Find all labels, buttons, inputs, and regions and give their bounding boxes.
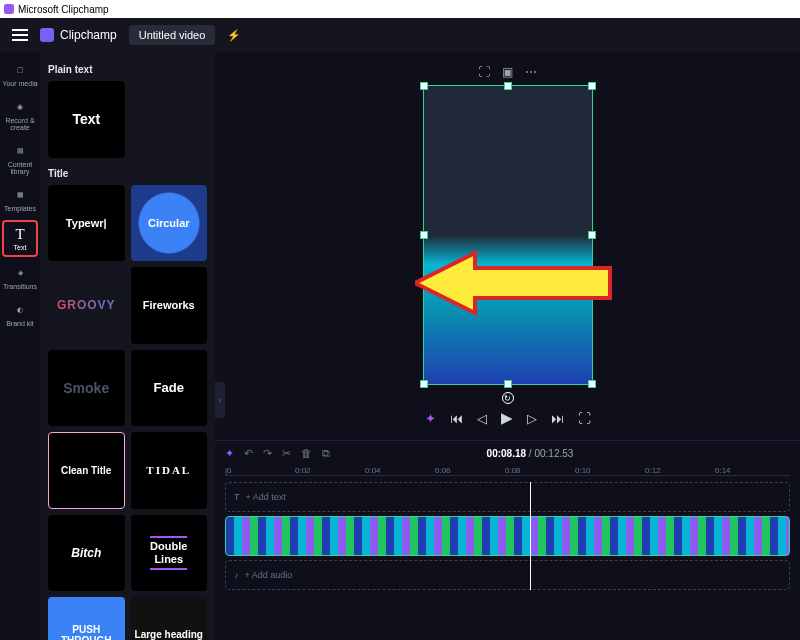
section-plain-text: Plain text xyxy=(48,64,207,75)
copy-button[interactable]: ⧉ xyxy=(322,447,330,460)
resize-handle[interactable] xyxy=(420,82,428,90)
preview-canvas[interactable]: ↻ xyxy=(423,85,593,385)
add-audio-track[interactable]: ♪ + Add audio xyxy=(225,560,790,590)
text-icon: T xyxy=(12,226,28,242)
sidebar-item-brand-kit[interactable]: ◐ Brand kit xyxy=(2,298,38,331)
ruler-tick: 0:04 xyxy=(365,466,381,475)
timecode: 00:08.18 / 00:12.53 xyxy=(487,448,574,459)
sidebar-item-content-library[interactable]: ▤ Content library xyxy=(2,139,38,179)
library-icon: ▤ xyxy=(12,143,28,159)
crop-button[interactable]: ⛶ xyxy=(478,65,490,79)
canvas-toolbar: ⛶ ▣ ⋯ xyxy=(478,65,537,79)
tile-fade[interactable]: Fade xyxy=(131,350,208,427)
tile-typewr-[interactable]: Typewr| xyxy=(48,185,125,262)
ruler-tick: 0:06 xyxy=(435,466,451,475)
resize-handle[interactable] xyxy=(588,82,596,90)
cut-button[interactable]: ✂ xyxy=(282,447,291,460)
tile-smoke[interactable]: Smoke xyxy=(48,350,125,427)
tile-fireworks[interactable]: Fireworks xyxy=(131,267,208,344)
next-button[interactable]: ⏭ xyxy=(551,411,564,426)
sidebar-item-your-media[interactable]: ▢ Your media xyxy=(2,58,38,91)
sidebar-item-record-create[interactable]: ◉ Record & create xyxy=(2,95,38,135)
playback-controls: ✦ ⏮ ◁ ▶ ▷ ⏭ ⛶ xyxy=(425,409,591,427)
sidebar-item-templates[interactable]: ▦ Templates xyxy=(2,183,38,216)
duration: 00:12.53 xyxy=(534,448,573,459)
brand: Clipchamp xyxy=(40,28,117,42)
tile-circular[interactable]: Circular xyxy=(131,185,208,262)
left-sidebar: ▢ Your media ◉ Record & create ▤ Content… xyxy=(0,52,40,640)
ruler-tick: 0:12 xyxy=(645,466,661,475)
magic-button[interactable]: ✦ xyxy=(425,411,436,426)
app-topbar: Clipchamp Untitled video ⚡ xyxy=(0,18,800,52)
section-title: Title xyxy=(48,168,207,179)
more-button[interactable]: ⋯ xyxy=(525,65,537,79)
add-text-track[interactable]: T + Add text xyxy=(225,482,790,512)
window-titlebar: Microsoft Clipchamp xyxy=(0,0,800,18)
auto-button[interactable]: ✦ xyxy=(225,447,234,460)
brand-icon: ◐ xyxy=(12,302,28,318)
templates-icon: ▦ xyxy=(12,187,28,203)
project-name-input[interactable]: Untitled video xyxy=(129,25,216,45)
tile-large-heading[interactable]: Large heading xyxy=(131,597,208,640)
transitions-icon: ◈ xyxy=(12,265,28,281)
timeline-ruler[interactable]: |00:020:040:060:080:100:120:14 xyxy=(225,466,790,476)
audio-track-icon: ♪ xyxy=(234,570,239,580)
rotate-handle[interactable]: ↻ xyxy=(502,392,514,404)
window-title: Microsoft Clipchamp xyxy=(18,4,109,15)
tile-plain-text[interactable]: Text xyxy=(48,81,125,158)
record-icon: ◉ xyxy=(12,99,28,115)
ruler-tick: 0:08 xyxy=(505,466,521,475)
tile-tidal[interactable]: TIDAL xyxy=(131,432,208,509)
fit-button[interactable]: ▣ xyxy=(502,65,513,79)
ruler-tick: |0 xyxy=(225,466,232,475)
video-clip[interactable] xyxy=(225,516,790,556)
ruler-tick: 0:14 xyxy=(715,466,731,475)
undo-button[interactable]: ↶ xyxy=(244,447,253,460)
app-logo-icon xyxy=(4,4,14,14)
folder-icon: ▢ xyxy=(12,62,28,78)
clipchamp-logo-icon xyxy=(40,28,54,42)
timeline-tools: ✦ ↶ ↷ ✂ 🗑 ⧉ xyxy=(225,447,330,460)
resize-handle[interactable] xyxy=(588,380,596,388)
tile-clean-title[interactable]: Clean Title xyxy=(48,432,125,509)
resize-handle[interactable] xyxy=(504,380,512,388)
timeline: ✦ ↶ ↷ ✂ 🗑 ⧉ 00:08.18 / 00:12.53 |00:020:… xyxy=(215,440,800,640)
current-time: 00:08.18 xyxy=(487,448,526,459)
ruler-tick: 0:02 xyxy=(295,466,311,475)
play-button[interactable]: ▶ xyxy=(501,409,513,427)
tile-double-lines[interactable]: DoubleLines xyxy=(131,515,208,592)
text-panel: Plain text Text Title Typewr|CircularGRO… xyxy=(40,52,215,640)
sync-icon[interactable]: ⚡ xyxy=(227,29,241,42)
annotation-arrow-icon xyxy=(415,238,615,328)
step-fwd-button[interactable]: ▷ xyxy=(527,411,537,426)
workspace: ‹ ⛶ ▣ ⋯ ↻ ✦ ⏮ xyxy=(215,52,800,640)
redo-button[interactable]: ↷ xyxy=(263,447,272,460)
delete-button[interactable]: 🗑 xyxy=(301,447,312,460)
fullscreen-button[interactable]: ⛶ xyxy=(578,411,591,426)
prev-button[interactable]: ⏮ xyxy=(450,411,463,426)
resize-handle[interactable] xyxy=(420,380,428,388)
ruler-tick: 0:10 xyxy=(575,466,591,475)
brand-label: Clipchamp xyxy=(60,28,117,42)
resize-handle[interactable] xyxy=(504,82,512,90)
tile-bitch[interactable]: Bitch xyxy=(48,515,125,592)
tile-groovy[interactable]: GROOVY xyxy=(48,267,125,344)
text-track-icon: T xyxy=(234,492,240,502)
sidebar-item-transitions[interactable]: ◈ Transitions xyxy=(2,261,38,294)
tile-push-through[interactable]: PUSH THROUGH xyxy=(48,597,125,640)
sidebar-item-text[interactable]: T Text xyxy=(2,220,38,257)
menu-icon[interactable] xyxy=(12,29,28,41)
step-back-button[interactable]: ◁ xyxy=(477,411,487,426)
